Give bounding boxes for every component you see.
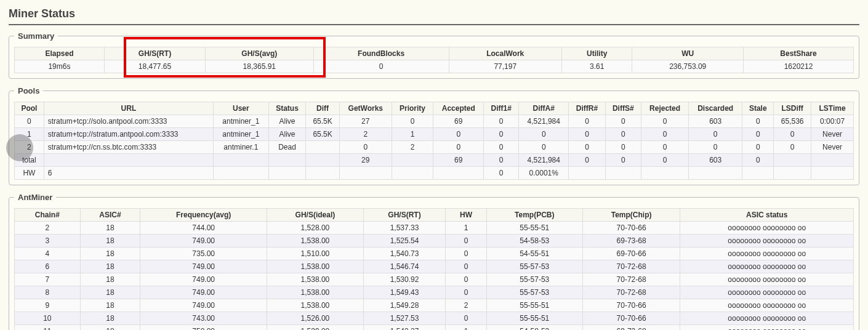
pools-cell: 0 bbox=[605, 141, 641, 154]
pools-cell bbox=[268, 167, 306, 180]
pools-cell: 603 bbox=[689, 154, 742, 167]
overlay-circle bbox=[6, 134, 33, 161]
pools-header: DiffR# bbox=[569, 102, 605, 115]
pools-cell: 29 bbox=[339, 154, 392, 167]
antminer-cell: oooooooo oooooooo oo bbox=[680, 312, 854, 325]
antminer-cell: oooooooo oooooooo oo bbox=[680, 273, 854, 286]
antminer-cell: 18 bbox=[80, 299, 140, 312]
pools-cell: antminer_1 bbox=[214, 115, 268, 128]
summary-value: 236,753.09 bbox=[632, 60, 744, 73]
pools-cell: 0 bbox=[742, 128, 774, 141]
pools-cell: stratum+tcp://cn.ss.btc.com:3333 bbox=[44, 141, 213, 154]
pools-cell: stratum+tcp://solo.antpool.com:3333 bbox=[44, 115, 213, 128]
summary-value: 19m6s bbox=[15, 60, 105, 73]
antminer-header: HW bbox=[446, 209, 486, 222]
table-row: 218744.001,528.001,537.33155-55-5170-70-… bbox=[15, 222, 854, 235]
pools-cell: 0 bbox=[569, 115, 605, 128]
antminer-cell: 55-55-51 bbox=[486, 312, 582, 325]
antminer-header: Temp(PCB) bbox=[486, 209, 582, 222]
pools-cell: 65,536 bbox=[774, 115, 811, 128]
pools-cell: 0 bbox=[484, 167, 519, 180]
pools-cell bbox=[605, 167, 641, 180]
pools-cell: 0 bbox=[742, 141, 774, 154]
pools-cell: 0.0001% bbox=[519, 167, 569, 180]
pools-cell bbox=[214, 154, 268, 167]
antminer-cell: 0 bbox=[446, 260, 486, 273]
pools-cell bbox=[774, 154, 811, 167]
antminer-cell: oooooooo oooooooo oo bbox=[680, 222, 854, 235]
antminer-header: Frequency(avg) bbox=[140, 209, 267, 222]
pools-cell: 4,521,984 bbox=[519, 115, 569, 128]
summary-header: GH/S(RT) bbox=[104, 47, 205, 60]
pools-cell: 0 bbox=[484, 154, 519, 167]
antminer-header: GH/S(RT) bbox=[363, 209, 446, 222]
antminer-cell: 1,538.00 bbox=[267, 299, 363, 312]
table-row: 418735.001,510.001,540.73054-55-5169-70-… bbox=[15, 247, 854, 260]
pools-cell: 2 bbox=[392, 141, 433, 154]
pools-cell: Never bbox=[811, 128, 854, 141]
pools-cell: Alive bbox=[268, 128, 306, 141]
summary-legend: Summary bbox=[14, 31, 58, 41]
antminer-cell: 0 bbox=[446, 235, 486, 247]
antminer-cell: oooooooo oooooooo oo bbox=[680, 299, 854, 312]
antminer-cell: 18 bbox=[80, 247, 140, 260]
antminer-cell: 10 bbox=[15, 312, 81, 325]
summary-value: 18,477.65 bbox=[104, 60, 205, 73]
antminer-cell: 1,538.00 bbox=[267, 235, 363, 247]
table-row: 318749.001,538.001,525.54054-58-5369-73-… bbox=[15, 235, 854, 247]
pools-cell: 1 bbox=[392, 128, 433, 141]
pools-cell: Alive bbox=[268, 115, 306, 128]
pools-cell bbox=[774, 167, 811, 180]
antminer-cell: 18 bbox=[80, 260, 140, 273]
pools-section: Pools PoolURLUserStatusDiffGetWorksPrior… bbox=[9, 86, 859, 185]
antminer-cell: 70-70-66 bbox=[582, 312, 680, 325]
pools-cell: 2 bbox=[339, 128, 392, 141]
pools-cell: 0 bbox=[484, 141, 519, 154]
antminer-header: ASIC status bbox=[680, 209, 854, 222]
antminer-cell: 70-72-68 bbox=[582, 273, 680, 286]
pools-header: Priority bbox=[392, 102, 433, 115]
antminer-cell: 18 bbox=[80, 286, 140, 299]
pools-cell bbox=[392, 154, 433, 167]
summary-value: 18,365.91 bbox=[206, 60, 314, 73]
antminer-cell: 54-58-53 bbox=[486, 235, 582, 247]
antminer-header: ASIC# bbox=[80, 209, 140, 222]
summary-header: LocalWork bbox=[449, 47, 561, 60]
antminer-cell: 55-57-53 bbox=[486, 286, 582, 299]
antminer-cell: 743.00 bbox=[140, 312, 267, 325]
antminer-cell: 69-73-68 bbox=[582, 235, 680, 247]
pools-header: Status bbox=[268, 102, 306, 115]
pools-cell: 0 bbox=[774, 141, 811, 154]
title-divider bbox=[9, 24, 859, 25]
table-row: 1stratum+tcp://stratum.antpool.com:3333a… bbox=[15, 128, 854, 141]
pools-cell: 0 bbox=[742, 115, 774, 128]
pools-legend: Pools bbox=[14, 86, 43, 95]
antminer-cell: 749.00 bbox=[140, 286, 267, 299]
pools-cell: 0 bbox=[519, 141, 569, 154]
antminer-cell: 744.00 bbox=[140, 222, 267, 235]
antminer-cell: 55-55-51 bbox=[486, 299, 582, 312]
antminer-cell: 3 bbox=[15, 235, 81, 247]
summary-header: FoundBlocks bbox=[313, 47, 449, 60]
antminer-cell: 749.00 bbox=[140, 273, 267, 286]
antminer-cell: 1,540.73 bbox=[363, 247, 446, 260]
antminer-cell: 2 bbox=[446, 299, 486, 312]
antminer-cell: 70-72-68 bbox=[582, 260, 680, 273]
antminer-table: Chain#ASIC#Frequency(avg)GH/S(ideal)GH/S… bbox=[14, 208, 854, 330]
pools-cell: 69 bbox=[433, 115, 484, 128]
antminer-cell: 749.00 bbox=[140, 235, 267, 247]
antminer-cell: 1 bbox=[446, 222, 486, 235]
antminer-cell: 54-58-53 bbox=[486, 325, 582, 331]
table-row: 2stratum+tcp://cn.ss.btc.com:3333antmine… bbox=[15, 141, 854, 154]
antminer-cell: 749.00 bbox=[140, 260, 267, 273]
table-row: HW600.0001% bbox=[15, 167, 854, 180]
antminer-header: Temp(Chip) bbox=[582, 209, 680, 222]
pools-cell: 0 bbox=[689, 128, 742, 141]
pools-header: URL bbox=[44, 102, 213, 115]
summary-table: ElapsedGH/S(RT)GH/S(avg)FoundBlocksLocal… bbox=[14, 47, 854, 73]
pools-cell: 69 bbox=[433, 154, 484, 167]
pools-cell: 0 bbox=[392, 115, 433, 128]
antminer-cell: 1 bbox=[446, 325, 486, 331]
pools-cell: 0 bbox=[339, 141, 392, 154]
pools-cell: 0 bbox=[605, 115, 641, 128]
